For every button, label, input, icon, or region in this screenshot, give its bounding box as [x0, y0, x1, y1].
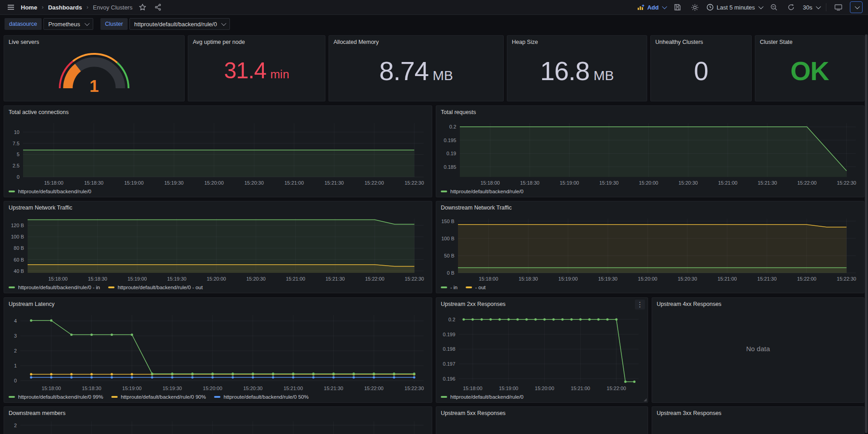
legend-item[interactable]: httproute/default/backend/rule/0 50% [214, 394, 309, 400]
svg-text:15:19:30: 15:19:30 [164, 180, 184, 186]
time-range-picker[interactable]: Last 5 minutes [706, 4, 762, 11]
panel-unhealthy-clusters: Unhealthy Clusters 0 [650, 35, 752, 101]
panel-title[interactable]: Upstream Network Traffic [4, 201, 432, 211]
kiosk-mode-button[interactable] [833, 2, 844, 13]
svg-text:15:18:00: 15:18:00 [463, 386, 482, 391]
downstream-members-chart[interactable]: 15:18:0015:18:3015:19:0015:19:3015:20:00… [7, 420, 429, 434]
panel-title[interactable]: Unhealthy Clusters [651, 36, 751, 45]
panel-title[interactable]: Cluster State [755, 36, 864, 45]
panel-title[interactable]: Live servers [4, 36, 184, 45]
breadcrumb-dashboards[interactable]: Dashboards [48, 4, 82, 11]
scrollbar-thumb[interactable] [865, 34, 868, 433]
add-dropdown[interactable]: Add [637, 4, 666, 11]
svg-text:15:18:30: 15:18:30 [84, 180, 104, 186]
share-button[interactable] [153, 2, 163, 13]
legend-item[interactable]: httproute/default/backend/rule/0 - out [108, 285, 203, 290]
legend-label: - in [450, 285, 458, 290]
svg-text:150 B: 150 B [441, 219, 454, 224]
toolbar-collapse-button[interactable] [850, 1, 863, 13]
panel-upstream-5xx: Upstream 5xx Responses [436, 406, 648, 434]
svg-text:15:20:30: 15:20:30 [244, 180, 264, 186]
svg-text:3: 3 [14, 333, 17, 339]
refresh-button[interactable] [786, 2, 796, 13]
svg-text:15:19:30: 15:19:30 [162, 386, 182, 391]
zoom-out-button[interactable] [768, 2, 779, 13]
panel-title[interactable]: Total active connections [4, 106, 432, 115]
chevron-down-icon [855, 4, 860, 9]
svg-text:15:22:30: 15:22:30 [837, 180, 856, 186]
refresh-interval-dropdown[interactable]: 30s [803, 4, 820, 11]
save-dashboard-button[interactable] [672, 2, 683, 13]
panel-title[interactable]: Heap Size [507, 36, 647, 45]
svg-text:0.199: 0.199 [443, 332, 455, 337]
panel-title[interactable]: Upstream 2xx Responses [436, 298, 648, 307]
chart-legend: httproute/default/backend/rule/0 [441, 393, 645, 401]
legend-item[interactable]: httproute/default/backend/rule/0 99% [9, 394, 103, 400]
svg-text:15:21:00: 15:21:00 [718, 180, 738, 186]
star-icon [139, 4, 146, 11]
legend-item[interactable]: - out [466, 285, 486, 290]
legend-item[interactable]: httproute/default/backend/rule/0 - in [9, 285, 100, 290]
upstream-latency-chart[interactable]: 15:18:0015:18:3015:19:0015:19:3015:20:00… [7, 310, 429, 392]
refresh-interval-label: 30s [803, 4, 812, 11]
svg-text:60 B: 60 B [14, 257, 24, 262]
panel-title[interactable]: Allocated Memory [329, 36, 503, 45]
panel-title[interactable]: Downstream members [4, 407, 432, 416]
panel-title[interactable]: Upstream Latency [4, 298, 432, 307]
svg-text:15:18:00: 15:18:00 [479, 276, 498, 281]
legend-swatch [441, 396, 447, 398]
variable-label: Cluster [100, 18, 128, 30]
svg-text:15:22:30: 15:22:30 [405, 386, 424, 391]
chart-legend: httproute/default/backend/rule/0 [9, 187, 429, 196]
panel-title[interactable]: Total requests [436, 106, 864, 115]
legend-item[interactable]: httproute/default/backend/rule/0 [441, 394, 524, 400]
panel-title[interactable]: Upstream 5xx Responses [436, 407, 648, 416]
downstream-network-traffic-chart[interactable]: 15:18:0015:18:3015:19:0015:19:3015:20:00… [439, 214, 861, 283]
legend-label: httproute/default/backend/rule/0 [450, 189, 524, 194]
legend-item[interactable]: - in [441, 285, 458, 290]
stat-value: 16.8MB [507, 56, 647, 86]
svg-text:5: 5 [17, 152, 19, 157]
upstream-2xx-chart[interactable]: 15:18:0015:19:0015:20:0015:21:0015:22:00… [439, 310, 645, 392]
panel-upstream-3xx: Upstream 3xx Responses [652, 406, 864, 434]
panel-title[interactable]: Avg uptime per node [188, 36, 325, 45]
svg-text:15:21:30: 15:21:30 [325, 276, 345, 281]
legend-swatch [108, 286, 114, 288]
chart-legend: httproute/default/backend/rule/0 [441, 187, 861, 196]
breadcrumb-home[interactable]: Home [21, 4, 37, 11]
svg-text:0 B: 0 B [447, 270, 454, 276]
gauge-value: 1 [90, 77, 99, 94]
total-requests-chart[interactable]: 15:18:0015:18:3015:19:0015:19:3015:20:00… [439, 119, 861, 187]
svg-text:15:19:30: 15:19:30 [599, 180, 619, 186]
panel-title[interactable]: Downstream Network Traffic [436, 201, 864, 211]
favorite-button[interactable] [137, 2, 148, 13]
menu-button[interactable] [5, 2, 16, 13]
cluster-select[interactable]: httproute/default/backend/rule/0 [129, 18, 230, 30]
legend-item[interactable]: httproute/default/backend/rule/0 90% [111, 394, 206, 400]
panel-menu-button[interactable]: ⋮ [635, 300, 645, 310]
svg-text:15:18:30: 15:18:30 [519, 276, 538, 281]
panel-title[interactable]: Upstream 4xx Responses [652, 298, 864, 307]
legend-swatch [111, 396, 118, 398]
panel-title[interactable]: Upstream 3xx Responses [652, 407, 864, 416]
svg-text:15:21:30: 15:21:30 [758, 180, 777, 186]
chevron-down-icon [758, 4, 763, 9]
svg-text:15:19:00: 15:19:00 [558, 276, 578, 281]
svg-text:15:19:00: 15:19:00 [122, 386, 142, 391]
legend-item[interactable]: httproute/default/backend/rule/0 [441, 189, 524, 194]
legend-item[interactable]: httproute/default/backend/rule/0 [9, 189, 91, 194]
svg-text:15:18:00: 15:18:00 [44, 180, 63, 186]
add-panel-icon [637, 4, 644, 10]
panel-resize-handle[interactable] [644, 398, 647, 401]
svg-text:15:19:00: 15:19:00 [499, 386, 518, 391]
datasource-select[interactable]: Prometheus [43, 18, 93, 30]
dashboard-settings-button[interactable] [689, 2, 700, 13]
total-active-connections-chart[interactable]: 15:18:0015:18:3015:19:0015:19:3015:20:00… [7, 119, 429, 187]
svg-text:15:21:00: 15:21:00 [286, 276, 305, 281]
svg-text:10: 10 [14, 129, 19, 135]
upstream-network-traffic-chart[interactable]: 15:18:0015:18:3015:19:0015:19:3015:20:00… [7, 214, 429, 283]
chevron-down-icon [85, 21, 90, 26]
svg-text:15:19:30: 15:19:30 [167, 276, 186, 281]
legend-label: httproute/default/backend/rule/0 90% [121, 394, 206, 400]
time-range-label: Last 5 minutes [716, 4, 755, 11]
